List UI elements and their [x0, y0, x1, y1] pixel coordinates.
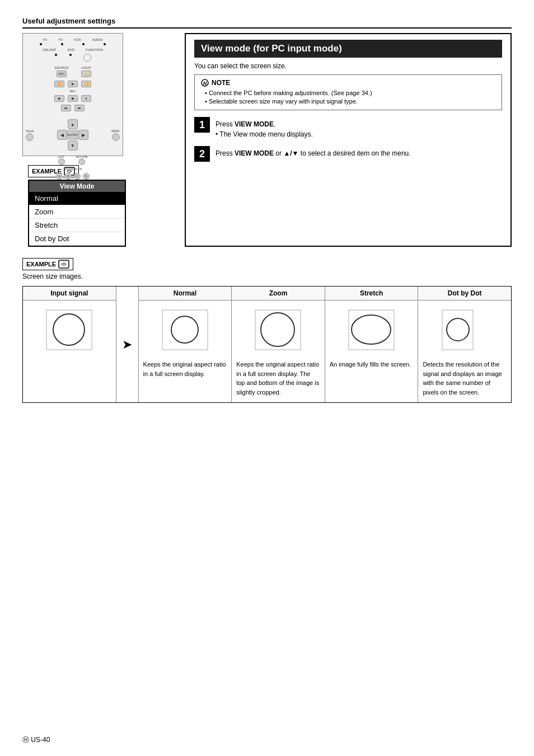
bottom-section: EXAMPLE Screen size images. Input signal… — [22, 258, 512, 403]
screen-size-caption: Screen size images. — [22, 273, 512, 280]
input-signal-image — [23, 300, 116, 356]
zoom-text: Keeps the original aspect ratio in a ful… — [232, 356, 325, 402]
menu-item-stretch: Stretch — [29, 219, 125, 232]
input-signal-text — [23, 356, 116, 365]
remote-control-image: TV TV VCR AUDIO CBL/SAT DVD FUNCTION — [22, 33, 123, 156]
menu-item-dot-by-dot: Dot by Dot — [29, 232, 125, 246]
view-mode-section: View mode (for PC input mode) You can se… — [185, 33, 512, 247]
note-title: N NOTE — [200, 78, 496, 87]
normal-text: Keeps the original aspect ratio in a ful… — [139, 356, 232, 384]
dot-by-dot-col: Dot by Dot Detects the resolution of the… — [418, 287, 511, 402]
normal-header: Normal — [139, 287, 232, 300]
zoom-image — [232, 300, 325, 356]
input-signal-col: Input signal — [23, 287, 116, 402]
svg-rect-2 — [59, 260, 69, 268]
stretch-col: Stretch An image fully fills the screen. — [325, 287, 419, 402]
footer-page: Ⓗ US-40 — [22, 735, 50, 745]
comparison-table: Input signal ➤ Normal Keeps the ori — [22, 286, 512, 403]
remote-menu-header: View Mode — [29, 181, 125, 192]
svg-point-8 — [261, 313, 294, 346]
step-2: 2 Press VIEW MODE or ▲/▼ to select a des… — [194, 146, 502, 162]
menu-item-normal: Normal — [29, 192, 125, 205]
step-1: 1 Press VIEW MODE. • The View mode menu … — [194, 117, 502, 139]
dot-by-dot-text: Detects the resolution of the signal and… — [418, 356, 511, 402]
steps-container: 1 Press VIEW MODE. • The View mode menu … — [194, 117, 502, 162]
note-list: Connect the PC before making adjustments… — [200, 90, 496, 105]
step-2-number: 2 — [194, 146, 210, 162]
view-mode-title: View mode (for PC input mode) — [194, 40, 502, 58]
menu-item-zoom: Zoom — [29, 205, 125, 219]
note-item-1: Connect the PC before making adjustments… — [205, 90, 496, 96]
svg-point-12 — [447, 318, 469, 341]
stretch-header: Stretch — [325, 287, 418, 300]
input-signal-header: Input signal — [23, 287, 116, 300]
arrow-col: ➤ — [116, 287, 139, 402]
note-box: N NOTE Connect the PC before making adju… — [194, 74, 502, 110]
stretch-text: An image fully fills the screen. — [325, 356, 418, 375]
dot-by-dot-image — [418, 300, 511, 356]
svg-text:N: N — [203, 81, 207, 86]
svg-point-10 — [352, 315, 391, 344]
dot-by-dot-header: Dot by Dot — [418, 287, 511, 300]
normal-image — [139, 300, 232, 356]
svg-point-4 — [53, 314, 85, 345]
remote-menu: View Mode Normal Zoom Stretch Dot by Dot — [28, 180, 126, 247]
view-mode-description: You can select the screen size. — [194, 62, 502, 70]
zoom-col: Zoom Keeps the original aspect ratio in … — [232, 287, 325, 402]
step-1-number: 1 — [194, 117, 210, 133]
note-item-2: Selectable screen size may vary with inp… — [205, 98, 496, 105]
example-box-bottom: EXAMPLE — [22, 258, 73, 270]
svg-rect-7 — [255, 310, 301, 350]
step-1-text: Press VIEW MODE. • The View mode menu di… — [216, 117, 313, 139]
svg-point-6 — [171, 316, 198, 343]
section-title: Useful adjustment settings — [22, 17, 512, 29]
step-2-text: Press VIEW MODE or ▲/▼ to select a desir… — [216, 146, 411, 158]
normal-col: Normal Keeps the original aspect ratio i… — [139, 287, 232, 402]
zoom-header: Zoom — [232, 287, 325, 300]
example-label-bottom: EXAMPLE — [22, 258, 512, 270]
stretch-image — [325, 300, 418, 356]
